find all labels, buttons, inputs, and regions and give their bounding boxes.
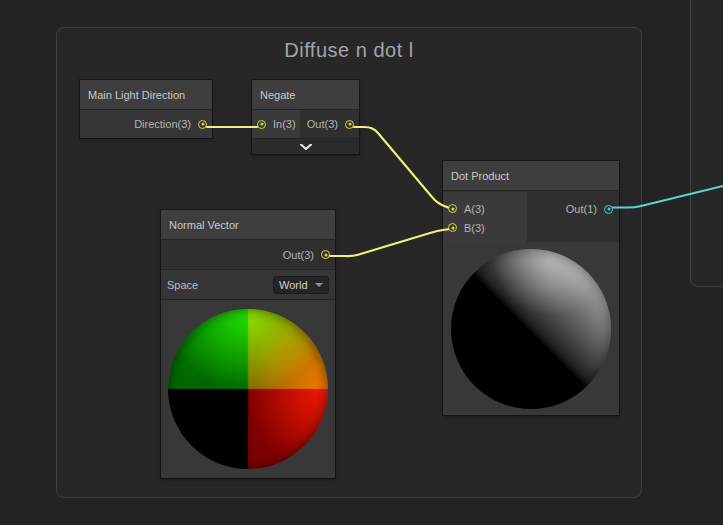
normal-vector-preview	[161, 300, 335, 478]
output-row-out: Out(1)	[439, 192, 619, 226]
node-title: Normal Vector	[161, 210, 335, 240]
node-dot-product[interactable]: Dot Product A(3) B(3) Out(1)	[443, 161, 619, 415]
node-negate[interactable]: Negate In(3) Out(3)	[252, 80, 359, 154]
chevron-down-icon	[300, 144, 312, 150]
port-out-icon[interactable]	[321, 250, 330, 259]
output-label: Out(1)	[566, 203, 597, 215]
node-normal-vector[interactable]: Normal Vector Out(3) Space World	[161, 210, 335, 478]
node-title: Negate	[252, 80, 359, 110]
output-slot-out: Out(3)	[300, 110, 359, 138]
port-direction-out-icon[interactable]	[198, 120, 207, 129]
port-out-icon[interactable]	[345, 120, 354, 129]
preview-expand-button[interactable]	[252, 138, 359, 154]
dropdown-arrow-icon	[315, 283, 323, 287]
port-in-icon[interactable]	[257, 120, 266, 129]
node-main-light-direction[interactable]: Main Light Direction Direction(3)	[80, 80, 212, 138]
space-property-row: Space World	[161, 270, 335, 300]
output-row-direction: Direction(3)	[80, 110, 212, 138]
input-slot-in: In(3)	[252, 110, 300, 138]
space-dropdown-value: World	[279, 279, 315, 291]
output-label: Out(3)	[307, 118, 338, 130]
ports-section: A(3) B(3) Out(1)	[443, 191, 619, 242]
dot-product-preview-sphere	[451, 249, 611, 409]
output-row-out: Out(3)	[161, 240, 335, 270]
output-label: Direction(3)	[134, 118, 191, 130]
space-label: Space	[167, 279, 273, 291]
group-title[interactable]: Diffuse n dot l	[57, 28, 641, 62]
normal-vector-preview-sphere	[168, 309, 328, 469]
input-label: In(3)	[273, 118, 296, 130]
node-title: Main Light Direction	[80, 80, 212, 110]
shader-graph-canvas[interactable]: { "group": { "title": "Diffuse n dot l" …	[0, 0, 723, 525]
node-title: Dot Product	[443, 161, 619, 191]
group-frame-secondary[interactable]	[690, 0, 723, 287]
port-out-icon[interactable]	[604, 205, 613, 214]
space-dropdown[interactable]: World	[273, 276, 329, 294]
output-label: Out(3)	[283, 249, 314, 261]
dot-product-preview	[443, 242, 619, 415]
ports-row: In(3) Out(3)	[252, 110, 359, 138]
